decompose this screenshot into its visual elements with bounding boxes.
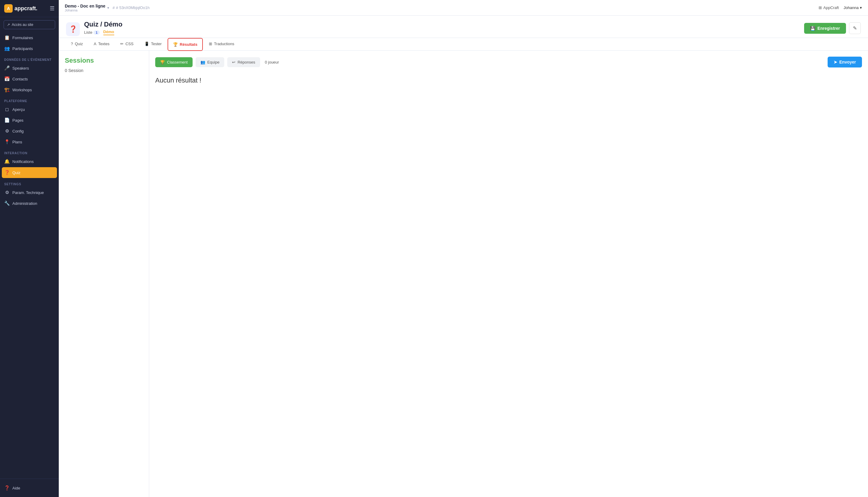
sessions-count: 0 Session	[65, 68, 143, 73]
sidebar-item-workshops[interactable]: 🏗️ Workshops	[0, 84, 59, 95]
apercu-icon: ◻	[4, 106, 10, 112]
sidebar-item-label: Notifications	[12, 159, 34, 164]
envoyer-button[interactable]: ➤ Envoyer	[828, 57, 862, 68]
hash-icon: #	[113, 5, 115, 10]
param-icon: ⚙	[4, 190, 10, 195]
event-name: Demo - Doc en ligne	[65, 4, 106, 9]
tab-tester[interactable]: 📱 Tester	[140, 38, 166, 50]
sidebar-item-label: Administration	[12, 201, 37, 206]
main-content: Sessions 0 Session 🏆 Classement 👥 Equipe…	[59, 51, 868, 497]
css-tab-icon: ✏	[120, 42, 124, 46]
participants-icon: 👥	[4, 46, 10, 51]
breadcrumb-liste[interactable]: Liste 1	[84, 30, 100, 34]
content-area: ❓ Quiz / Démo Liste 1 Démo 💾	[59, 16, 868, 497]
tab-traductions[interactable]: ⊞ Traductions	[204, 38, 239, 50]
breadcrumb: Liste 1 Démo	[84, 28, 122, 38]
resultats-tab-icon: 🏆	[173, 42, 178, 47]
speakers-icon: 🎤	[4, 65, 10, 71]
page-icon: ❓	[66, 22, 80, 36]
hash-value: # 53nX0MbjqlOo1h	[116, 5, 150, 10]
logo-icon: A	[4, 4, 13, 13]
contacts-icon: 📅	[4, 76, 10, 82]
textes-tab-icon: A	[94, 42, 96, 46]
classement-icon: 🏆	[160, 60, 165, 65]
topbar-appcraft: ⊞ AppCraft	[818, 5, 839, 10]
tester-tab-icon: 📱	[144, 42, 149, 46]
appcraft-grid-icon: ⊞	[818, 5, 822, 10]
quiz-icon: ❓	[4, 170, 10, 175]
topbar-event-info: Demo - Doc en ligne Johanna	[65, 4, 106, 12]
section-label-interaction: INTERACTION	[0, 147, 59, 156]
breadcrumb-active[interactable]: Démo	[103, 29, 114, 35]
tab-quiz[interactable]: ? Quiz	[66, 38, 88, 50]
topbar: Demo - Doc en ligne Johanna ▾ # # 53nX0M…	[59, 0, 868, 16]
event-user: Johanna	[65, 9, 106, 12]
sidebar-item-formulaires[interactable]: 📋 Formulaires	[0, 32, 59, 43]
edit-button[interactable]: ✎	[849, 22, 861, 34]
app-name: appcraft.	[14, 5, 37, 12]
sidebar-item-plans[interactable]: 📍 Plans	[0, 137, 59, 147]
no-result-text: Aucun résultat !	[155, 76, 862, 84]
app-logo: A appcraft.	[4, 4, 37, 13]
page-header: ❓ Quiz / Démo Liste 1 Démo 💾	[59, 16, 868, 38]
sidebar-item-label: Aide	[12, 486, 20, 491]
sidebar-item-aide[interactable]: ❓ Aide	[0, 483, 59, 493]
sidebar-item-pages[interactable]: 📄 Pages	[0, 115, 59, 126]
topbar-event: Demo - Doc en ligne Johanna ▾	[65, 4, 109, 12]
plans-icon: 📍	[4, 139, 10, 145]
main-container: Demo - Doc en ligne Johanna ▾ # # 53nX0M…	[59, 0, 868, 497]
sidebar-item-label: Config	[12, 129, 24, 133]
edit-icon: ✎	[853, 26, 857, 31]
sidebar-item-contacts[interactable]: 📅 Contacts	[0, 73, 59, 84]
sidebar-item-param-technique[interactable]: ⚙ Param. Technique	[0, 187, 59, 198]
sidebar-item-label: Plans	[12, 140, 22, 144]
traductions-tab-icon: ⊞	[209, 42, 212, 46]
sidebar-item-label: Formulaires	[12, 36, 33, 40]
sidebar-item-label: Quiz	[12, 170, 20, 175]
formulaires-icon: 📋	[4, 35, 10, 40]
sidebar-item-label: Speakers	[12, 66, 29, 70]
event-chevron-icon[interactable]: ▾	[107, 6, 109, 10]
tab-css[interactable]: ✏ CSS	[115, 38, 138, 50]
save-icon: 💾	[810, 26, 815, 31]
section-label-donnees: DONNÉES DE L'ÉVÉNEMENT	[0, 54, 59, 63]
pages-icon: 📄	[4, 117, 10, 123]
sidebar-item-label: Contacts	[12, 77, 28, 81]
sidebar: A appcraft. ☰ ↗ Accès au site 📋 Formulai…	[0, 0, 59, 497]
tab-resultats[interactable]: 🏆 Résultats	[168, 38, 203, 51]
page-title-area: Quiz / Démo Liste 1 Démo	[84, 20, 122, 38]
results-tab-classement[interactable]: 🏆 Classement	[155, 57, 193, 67]
envoyer-icon: ➤	[834, 60, 837, 65]
page-header-right: 💾 Enregistrer ✎	[804, 20, 861, 34]
breadcrumb-badge: 1	[94, 30, 99, 34]
sidebar-item-quiz[interactable]: ❓ Quiz	[2, 167, 57, 178]
sidebar-item-config[interactable]: ⚙ Config	[0, 126, 59, 137]
joueur-count: 0 joueur	[265, 60, 279, 65]
sidebar-item-notifications[interactable]: 🔔 Notifications	[0, 156, 59, 167]
topbar-hash: # # 53nX0MbjqlOo1h	[113, 5, 150, 10]
page-header-left: ❓ Quiz / Démo Liste 1 Démo	[66, 20, 122, 38]
sessions-panel: Sessions 0 Session	[59, 51, 149, 497]
sidebar-item-label: Pages	[12, 118, 24, 123]
access-icon: ↗	[7, 23, 10, 27]
section-label-plateforme: PLATEFORME	[0, 95, 59, 104]
sidebar-item-participants[interactable]: 👥 Participants	[0, 43, 59, 54]
hamburger-icon[interactable]: ☰	[50, 5, 55, 12]
access-site-button[interactable]: ↗ Accès au site	[4, 20, 55, 29]
sidebar-item-apercu[interactable]: ◻ Aperçu	[0, 104, 59, 115]
aide-icon: ❓	[4, 485, 10, 491]
sidebar-item-administration[interactable]: 🔧 Administration	[0, 198, 59, 209]
sidebar-item-label: Param. Technique	[12, 190, 44, 195]
user-chevron-icon: ▾	[860, 5, 862, 10]
notifications-icon: 🔔	[4, 159, 10, 164]
topbar-user[interactable]: Johanna ▾	[844, 5, 862, 10]
topbar-right: ⊞ AppCraft Johanna ▾	[818, 5, 862, 10]
sidebar-footer: ❓ Aide	[0, 479, 59, 497]
results-tab-equipe[interactable]: 👥 Equipe	[196, 57, 224, 67]
save-button[interactable]: 💾 Enregistrer	[804, 23, 846, 34]
sidebar-item-speakers[interactable]: 🎤 Speakers	[0, 63, 59, 73]
tab-textes[interactable]: A Textes	[89, 38, 114, 50]
results-tab-reponses[interactable]: ↩ Réponses	[227, 57, 260, 67]
workshops-icon: 🏗️	[4, 87, 10, 93]
page-title: Quiz / Démo	[84, 20, 122, 28]
